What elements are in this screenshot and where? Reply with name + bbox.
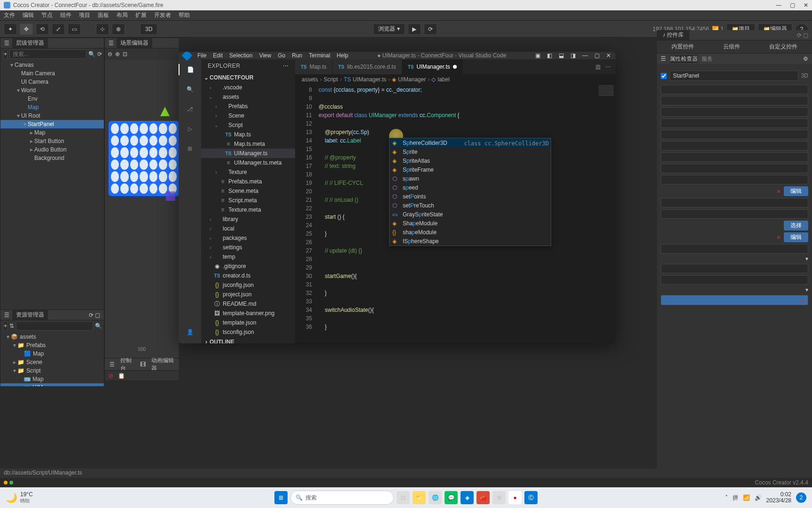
insp-field-6[interactable] — [661, 141, 808, 151]
menu-edit[interactable]: 编辑 — [23, 11, 34, 19]
file-tree-item[interactable]: ›library — [201, 214, 295, 224]
file-tree-item[interactable]: ◉.gitignore — [201, 262, 295, 271]
menu-component[interactable]: 组件 — [60, 11, 71, 19]
node-name[interactable]: StartPanel — [670, 71, 798, 81]
hierarchy-search[interactable] — [9, 49, 86, 59]
file-tree-item[interactable]: ≡Texture.meta — [201, 205, 295, 214]
insp-field-8[interactable] — [661, 164, 808, 173]
taskbar-search[interactable]: 🔍搜索 — [290, 491, 394, 505]
assets-add[interactable]: + — [3, 321, 8, 331]
app-8[interactable]: Ⓒ — [524, 491, 538, 504]
suggest-item[interactable]: ◈SpriteFrame — [390, 165, 551, 174]
file-tree-item[interactable]: ≡Prefabs.meta — [201, 177, 295, 186]
file-tree-item[interactable]: ⓘREADME.md — [201, 299, 295, 309]
file-tree-item[interactable]: ›Prefabs — [201, 102, 295, 111]
hierarchy-item[interactable]: Map — [0, 103, 104, 111]
file-tree-item[interactable]: {}jsconfig.json — [201, 280, 295, 290]
suggest-item[interactable]: ◈Sprite — [390, 147, 551, 156]
hierarchy-add[interactable]: + — [3, 49, 8, 59]
close-button[interactable]: ✕ — [804, 2, 808, 8]
vscode-app[interactable]: ◈ — [461, 491, 474, 504]
insp-edit[interactable]: 编辑 — [784, 186, 808, 196]
app-5[interactable]: 🍅 — [476, 491, 490, 504]
editor-tab[interactable]: TSMap.ts — [295, 59, 333, 74]
tool-rect[interactable]: ▭ — [68, 24, 81, 35]
vsc-menu-terminal[interactable]: Terminal — [309, 52, 330, 59]
insp-edit2[interactable]: 编辑 — [784, 232, 808, 242]
hierarchy-item[interactable]: UI Camera — [0, 78, 104, 86]
file-tree-item[interactable]: ›Scene — [201, 111, 295, 120]
controllib-title[interactable]: 控件库 — [667, 32, 684, 38]
file-tree-item[interactable]: ›local — [201, 224, 295, 233]
asset-item[interactable]: 🟦 Map — [0, 349, 104, 358]
code-editor[interactable]: 8910111213141516171819202122232425262728… — [295, 85, 616, 343]
file-tree-item[interactable]: ≡Scene.meta — [201, 186, 295, 196]
cat-cloud[interactable]: 云组件 — [723, 43, 740, 51]
assets-search[interactable] — [16, 321, 93, 331]
cat-custom[interactable]: 自定义控件 — [769, 43, 797, 51]
insp-field-1[interactable] — [661, 85, 808, 94]
wechat-app[interactable]: 💬 — [445, 491, 458, 504]
start-button[interactable]: ⊞ — [274, 491, 288, 504]
vsc-menu-run[interactable]: Run — [292, 52, 302, 59]
tool-move[interactable]: ✥ — [20, 24, 33, 35]
zoom-in-icon[interactable]: ⊕ — [115, 51, 120, 57]
suggest-popup[interactable]: class cc.SphereCollider3D ◈SphereCollide… — [389, 138, 551, 246]
file-tree-item[interactable]: ⌄assets — [201, 92, 295, 102]
minimap[interactable] — [597, 85, 616, 343]
inspector-tab[interactable]: 属性检查器 — [670, 55, 698, 63]
tool-local[interactable]: ⊕ — [112, 24, 125, 35]
vsc-menu-help[interactable]: Help — [337, 52, 349, 59]
layout-icon[interactable]: ▣ — [535, 52, 540, 59]
scene-canvas[interactable]: 500 — [105, 60, 179, 358]
file-tree-item[interactable]: ›settings — [201, 243, 295, 252]
file-tree-item[interactable]: TSMap.ts — [201, 130, 295, 139]
suggest-item[interactable]: ⬡speed — [390, 183, 551, 192]
vsc-menu-selection[interactable]: Selection — [229, 52, 252, 59]
insp-blue-field[interactable]: ✕ — [661, 295, 808, 305]
vsc-menu-edit[interactable]: Edit — [213, 52, 223, 59]
editor-tab[interactable]: TSUIManager.ts — [402, 59, 463, 74]
file-tree-item[interactable]: ≡Script.meta — [201, 196, 295, 205]
weather-widget[interactable]: 🌙 19°C晴朗 — [6, 491, 33, 504]
hierarchy-item[interactable]: ▾Canvas — [0, 61, 104, 69]
insp-field-2[interactable] — [661, 96, 808, 105]
chrome-app[interactable]: 🌐 — [429, 491, 442, 504]
file-tree-item[interactable]: ›packages — [201, 233, 295, 243]
suggest-item[interactable]: ◈ShapeModule — [390, 219, 551, 228]
breadcrumb[interactable]: assets› Script› TS UIManager.ts› ◈ UIMan… — [295, 74, 616, 85]
suggest-item[interactable]: ⬡setPreTouch — [390, 201, 551, 210]
file-tree-item[interactable]: 🖼template-banner.png — [201, 309, 295, 318]
play-button[interactable]: ▶ — [408, 24, 421, 35]
menu-panel[interactable]: 面板 — [98, 11, 109, 19]
search-icon[interactable]: 🔍 — [95, 323, 102, 329]
file-tree-item[interactable]: TSUIManager.ts — [201, 149, 295, 158]
file-tree-item[interactable]: {}tsconfig.json — [201, 327, 295, 337]
menu-file[interactable]: 文件 — [4, 11, 15, 19]
file-tree-item[interactable]: ›Texture — [201, 167, 295, 177]
asset-item[interactable]: TS Map — [0, 375, 104, 383]
tool-add[interactable]: ✦ — [4, 24, 17, 35]
file-tree-item[interactable]: TScreator.d.ts — [201, 271, 295, 280]
panel-right-icon[interactable]: ◨ — [570, 52, 576, 59]
hierarchy-item[interactable]: Main Camera — [0, 69, 104, 78]
tray-wifi[interactable]: 📶 — [743, 494, 750, 501]
file-tree-item[interactable]: ›temp — [201, 252, 295, 262]
zoom-out-icon[interactable]: ⊖ — [108, 51, 112, 57]
search-icon[interactable]: 🔍 — [88, 51, 95, 57]
vsc-menu-view[interactable]: View — [259, 52, 271, 59]
asset-item[interactable]: ▸📁 Scene — [0, 358, 104, 366]
insp-field-9[interactable] — [661, 175, 808, 184]
suggest-item[interactable]: {}shapeModule — [390, 228, 551, 237]
refresh-icon[interactable]: ⟳ — [97, 51, 102, 57]
hierarchy-item[interactable]: ▾StartPanel — [0, 120, 104, 128]
asset-item[interactable]: TS UIManager — [0, 383, 104, 386]
service-tab[interactable]: 服务 — [702, 55, 713, 63]
menu-help[interactable]: 帮助 — [179, 11, 190, 19]
node-active[interactable] — [661, 73, 667, 79]
more-icon[interactable]: ⋯ — [283, 63, 289, 69]
tray-up[interactable]: ˄ — [725, 494, 728, 501]
mode-3d[interactable]: 3D — [140, 24, 157, 35]
hierarchy-item[interactable]: Env — [0, 95, 104, 103]
tray-pinyin[interactable]: 拼 — [733, 494, 738, 502]
